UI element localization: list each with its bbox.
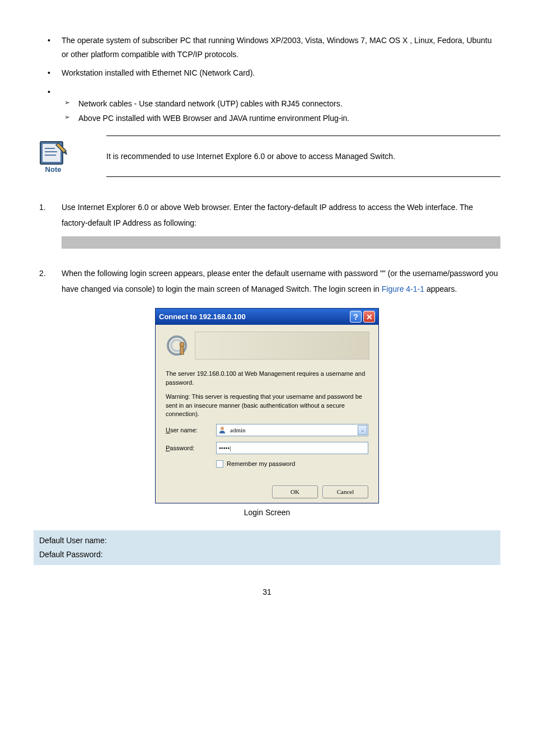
username-input[interactable]: admin [216,424,368,436]
ok-button[interactable]: OK [272,486,318,498]
bullet-list: The operate system of subscriber PC that… [34,34,500,93]
login-dialog: Connect to 192.168.0.100 ? ✕ The server … [155,308,379,503]
dialog-header-graphic [156,325,378,364]
svg-point-8 [180,342,184,347]
dialog-titlebar: Connect to 192.168.0.100 ? ✕ [156,309,378,325]
step-2: 2. When the following login screen appea… [39,265,500,297]
keyring-icon [165,333,189,358]
note-text: It is recommended to use Internet Explor… [106,136,500,177]
username-label: User name: [166,426,216,435]
password-label: Password: [166,444,216,452]
help-button[interactable]: ? [350,311,362,323]
remember-label: Remember my password [227,460,295,468]
figure-reference: Figure 4-1-1 [382,284,424,293]
cancel-button[interactable]: Cancel [322,486,368,498]
close-button[interactable]: ✕ [363,311,375,323]
numbered-steps-2: 2. When the following login screen appea… [34,265,500,297]
bullet-item: The operate system of subscriber PC that… [48,34,500,62]
defaults-box: Default User name: Default Password: [34,530,500,565]
numbered-steps: 1. Use Internet Explorer 6.0 or above We… [34,199,500,249]
dialog-body: The server 192.168.0.100 at Web Manageme… [156,364,378,477]
ip-address-bar [62,236,500,249]
user-icon [218,426,227,435]
arrow-item: Above PC installed with WEB Browser and … [64,112,500,124]
step-1: 1. Use Internet Explorer 6.0 or above We… [39,199,500,249]
dialog-message-1: The server 192.168.0.100 at Web Manageme… [166,370,368,387]
remember-checkbox[interactable] [216,460,223,468]
notepad-icon [38,139,69,166]
page-number: 31 [34,587,500,596]
dialog-message-2: Warning: This server is requesting that … [166,393,368,418]
dialog-title: Connect to 192.168.0.100 [159,312,246,321]
note-icon: Note [34,137,73,176]
figure-caption: Login Screen [34,508,500,517]
default-username-line: Default User name: [39,534,495,548]
bullet-item: Workstation installed with Ethernet NIC … [48,66,500,80]
dropdown-arrow-icon[interactable]: ⌄ [358,425,367,435]
svg-point-9 [221,427,224,430]
note-label: Note [45,165,62,174]
default-password-line: Default Password: [39,548,495,562]
arrow-item: Network cables - Use standard network (U… [64,97,500,110]
note-block: Note It is recommended to use Internet E… [34,136,500,177]
arrow-list: Network cables - Use standard network (U… [34,97,500,125]
bullet-item-empty [48,85,500,93]
password-input[interactable]: •••••| [216,442,368,454]
